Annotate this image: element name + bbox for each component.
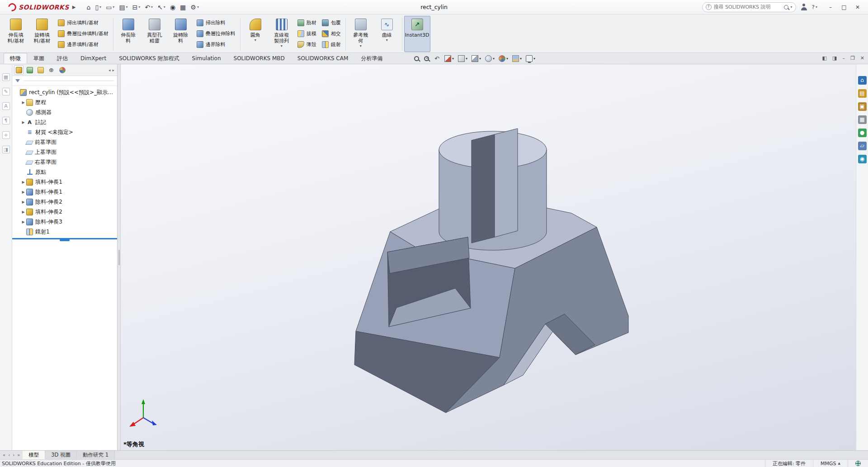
ribbon-tab-simulation[interactable]: Simulation xyxy=(186,53,227,64)
help-button[interactable]: ? ▾ xyxy=(812,4,817,10)
tab-scroll-icon[interactable]: « xyxy=(3,453,5,457)
display-style-button[interactable]: ▾ xyxy=(470,54,482,63)
boundary-cut-button[interactable]: 邊界除料 xyxy=(195,40,237,49)
custom-properties-icon[interactable]: ▱ xyxy=(858,142,867,150)
home-button[interactable]: ⌂ xyxy=(85,2,93,13)
new-document-button[interactable]: ▯▾ xyxy=(93,2,103,13)
ribbon-tab-evaluate[interactable]: 評估 xyxy=(51,53,74,64)
lofted-cut-button[interactable]: 疊層拉伸除料 xyxy=(195,29,237,38)
swept-boss-base-button[interactable]: 掃出填料/基材 xyxy=(56,18,110,27)
left-toolbar-icon[interactable]: ¶ xyxy=(2,117,10,124)
user-account-icon[interactable] xyxy=(801,4,807,10)
maximize-button[interactable]: □ xyxy=(837,1,851,13)
help-search-box[interactable]: ? ▾ xyxy=(702,2,796,12)
options-button[interactable]: ⚙▾ xyxy=(189,2,201,13)
solidworks-forum-icon[interactable]: ◉ xyxy=(858,155,867,163)
close-document-button[interactable]: ✕ xyxy=(860,54,864,62)
dropdown-arrow-icon[interactable]: ▾ xyxy=(386,38,388,43)
save-button[interactable]: ▤▾ xyxy=(117,2,129,13)
draft-button[interactable]: 拔模 xyxy=(296,29,318,38)
rollback-bar[interactable] xyxy=(12,238,117,239)
left-toolbar-icon[interactable]: ✎ xyxy=(2,88,10,95)
dropdown-arrow-icon[interactable]: ▾ xyxy=(452,57,454,61)
design-library-icon[interactable]: ▤ xyxy=(858,89,867,98)
graphics-area[interactable]: *等角視 xyxy=(121,64,856,450)
dropdown-arrow-icon[interactable]: ▾ xyxy=(138,5,140,9)
toolbar-expand-arrow-icon[interactable]: ▶ xyxy=(72,5,76,10)
tab-scroll-icon[interactable]: » xyxy=(17,453,20,457)
feature-tree-item-mirror1[interactable]: 鏡射1 xyxy=(12,227,117,237)
filter-input-line[interactable] xyxy=(23,81,114,81)
ribbon-tab-solidworks-add-ins[interactable]: SOLIDWORKS 附加程式 xyxy=(113,53,185,64)
feature-tree-item-sensors[interactable]: 感測器 xyxy=(12,107,117,117)
boundary-boss-base-button[interactable]: 邊界填料/基材 xyxy=(56,40,110,49)
dropdown-arrow-icon[interactable]: ▾ xyxy=(99,5,101,9)
ribbon-tab-dimxpert[interactable]: DimXpert xyxy=(74,53,113,64)
left-toolbar-icon[interactable]: A xyxy=(2,102,10,110)
feature-tree-item-cut-extrude3[interactable]: 除料-伸長3 xyxy=(12,217,117,227)
expand-arrow-icon[interactable] xyxy=(20,210,26,214)
pane-left-button[interactable]: ◧ xyxy=(822,54,827,62)
document-tab-model[interactable]: 模型 xyxy=(23,451,45,459)
feature-tree-item-cut-extrude1[interactable]: 除料-伸長1 xyxy=(12,187,117,197)
dropdown-arrow-icon[interactable]: ▾ xyxy=(281,44,283,48)
feature-tree-item-right-plane[interactable]: 右基準面 xyxy=(12,157,117,167)
panel-splitter[interactable] xyxy=(118,64,121,450)
revolved-cut-button[interactable]: 旋轉除料 xyxy=(168,16,194,52)
intersect-button[interactable]: 相交 xyxy=(320,29,343,38)
dropdown-arrow-icon[interactable]: ▾ xyxy=(493,57,495,61)
dropdown-arrow-icon[interactable]: ▾ xyxy=(113,5,114,9)
left-toolbar-icon[interactable]: + xyxy=(2,131,10,139)
appearances-scenes-icon[interactable]: ● xyxy=(858,129,867,137)
feature-tree-item-boss-extrude1[interactable]: 填料-伸長1 xyxy=(12,177,117,187)
view-orientation-button[interactable]: ▾ xyxy=(457,54,469,63)
left-toolbar-icon[interactable]: ▦ xyxy=(2,73,10,81)
configuration-manager-tab[interactable] xyxy=(36,65,45,75)
left-toolbar-icon[interactable]: ◨ xyxy=(2,146,10,153)
search-dropdown-icon[interactable]: ▾ xyxy=(791,5,793,9)
select-button[interactable]: ↖▾ xyxy=(156,2,167,13)
dropdown-arrow-icon[interactable]: ▾ xyxy=(533,57,535,61)
close-button[interactable]: ✕ xyxy=(851,1,864,13)
fillet-button[interactable]: 圓角▾ xyxy=(242,16,269,52)
feature-manager-design-tree-tab[interactable] xyxy=(14,65,24,75)
document-tab-3d-views[interactable]: 3D 視圖 xyxy=(45,451,77,459)
swept-cut-button[interactable]: 掃出除料 xyxy=(195,18,237,27)
ribbon-tab-solidworks-cam[interactable]: SOLIDWORKS CAM xyxy=(291,53,354,64)
feature-tree-item-history[interactable]: 歷程 xyxy=(12,97,117,107)
dropdown-arrow-icon[interactable]: ▾ xyxy=(126,5,128,9)
document-tab-motion-study-1[interactable]: 動作研究 1 xyxy=(77,451,115,459)
search-icon[interactable] xyxy=(784,5,788,10)
rebuild-button[interactable]: ▦ xyxy=(178,2,188,13)
dropdown-arrow-icon[interactable]: ▾ xyxy=(151,5,153,9)
ribbon-tab-features[interactable]: 特徵 xyxy=(4,53,27,64)
revolved-boss-base-button[interactable]: 旋轉填料/基材 xyxy=(29,16,55,52)
minimize-button[interactable]: – xyxy=(824,1,837,13)
touch-mode-button[interactable]: ◉ xyxy=(168,2,177,13)
expand-arrow-icon[interactable] xyxy=(20,120,26,124)
view-palette-icon[interactable]: ▦ xyxy=(858,115,867,124)
lofted-boss-base-button[interactable]: 疊層拉伸填料/基材 xyxy=(56,29,110,38)
edit-appearance-button[interactable]: ▾ xyxy=(497,54,509,63)
zoom-to-area-button[interactable] xyxy=(422,55,431,62)
feature-tree-item-front-plane[interactable]: 前基準面 xyxy=(12,137,117,147)
dropdown-arrow-icon[interactable]: ▾ xyxy=(479,57,481,61)
ribbon-tab-solidworks-mbd[interactable]: SOLIDWORKS MBD xyxy=(227,53,291,64)
wrap-button[interactable]: 包覆 xyxy=(320,18,343,27)
hole-wizard-button[interactable]: 異型孔精靈 xyxy=(142,16,168,52)
minimize-document-button[interactable]: – xyxy=(842,54,845,62)
feature-tree-item-top-plane[interactable]: 上基準面 xyxy=(12,147,117,157)
feature-tree-item-material[interactable]: 材質 <未指定> xyxy=(12,127,117,137)
feature-tree-item-boss-extrude2[interactable]: 填料-伸長2 xyxy=(12,207,117,217)
panel-scroll-arrow-icon[interactable]: ◂ xyxy=(108,68,111,72)
rib-button[interactable]: 肋材 xyxy=(296,18,318,27)
dropdown-arrow-icon[interactable]: ▾ xyxy=(506,57,508,61)
panel-scroll-arrow-icon[interactable]: ▸ xyxy=(112,68,114,72)
previous-view-button[interactable] xyxy=(432,54,442,63)
expand-arrow-icon[interactable] xyxy=(20,180,26,184)
ribbon-tab-sketch[interactable]: 草圖 xyxy=(27,53,51,64)
tree-filter-row[interactable] xyxy=(12,76,117,86)
linear-pattern-button[interactable]: 直線複製排列▾ xyxy=(269,16,295,52)
extruded-cut-button[interactable]: 伸長除料 xyxy=(115,16,142,52)
dropdown-arrow-icon[interactable]: ▾ xyxy=(164,5,165,9)
